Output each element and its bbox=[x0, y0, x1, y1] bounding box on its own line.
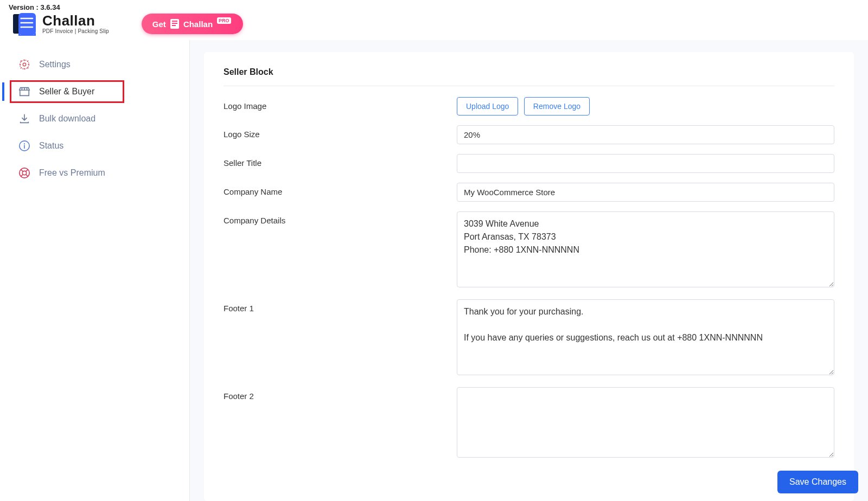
seller-title-input[interactable] bbox=[457, 154, 834, 173]
sidebar-item-seller-buyer[interactable]: Seller & Buyer bbox=[0, 78, 189, 105]
svg-rect-11 bbox=[172, 25, 176, 26]
brand-block: Challan PDF Invoice | Packing Slip bbox=[13, 12, 109, 36]
company-details-textarea[interactable] bbox=[457, 211, 834, 287]
svg-rect-1 bbox=[18, 13, 36, 35]
seller-block-panel: Seller Block Logo Image Upload Logo Remo… bbox=[204, 52, 854, 501]
top-bar: Challan PDF Invoice | Packing Slip Get C… bbox=[0, 0, 868, 39]
label-seller-title: Seller Title bbox=[224, 154, 457, 168]
get-pro-prefix: Get bbox=[152, 20, 166, 29]
label-company-details: Company Details bbox=[224, 211, 457, 225]
gear-icon bbox=[18, 59, 30, 70]
svg-rect-10 bbox=[172, 23, 177, 24]
shop-icon bbox=[18, 86, 30, 98]
footer-1-textarea[interactable] bbox=[457, 299, 834, 375]
label-company-name: Company Name bbox=[224, 183, 457, 196]
panel-title: Seller Block bbox=[224, 67, 834, 86]
label-footer-2: Footer 2 bbox=[224, 387, 457, 401]
sidebar-item-label: Status bbox=[39, 141, 63, 151]
footer-2-textarea[interactable] bbox=[457, 387, 834, 458]
brand-logo-icon bbox=[13, 12, 37, 36]
label-logo-size: Logo Size bbox=[224, 125, 457, 139]
brand-subtitle: PDF Invoice | Packing Slip bbox=[42, 29, 109, 34]
remove-logo-button[interactable]: Remove Logo bbox=[524, 97, 590, 115]
sidebar: Settings Seller & Buyer Bulk download bbox=[0, 40, 190, 501]
sidebar-item-free-vs-premium[interactable]: Free vs Premium bbox=[0, 159, 189, 187]
lifebuoy-icon bbox=[18, 167, 30, 179]
upload-logo-button[interactable]: Upload Logo bbox=[457, 97, 518, 115]
sidebar-item-label: Bulk download bbox=[39, 114, 95, 124]
document-icon bbox=[170, 19, 179, 29]
sidebar-item-label: Free vs Premium bbox=[39, 168, 105, 178]
download-icon bbox=[18, 113, 30, 125]
label-logo-image: Logo Image bbox=[224, 97, 457, 111]
sidebar-item-settings[interactable]: Settings bbox=[0, 51, 189, 78]
label-footer-1: Footer 1 bbox=[224, 299, 457, 313]
logo-size-input[interactable] bbox=[457, 125, 834, 144]
get-pro-label: Challan bbox=[183, 20, 213, 29]
brand-title: Challan bbox=[42, 14, 109, 28]
save-changes-button[interactable]: Save Changes bbox=[777, 471, 858, 493]
company-name-input[interactable] bbox=[457, 183, 834, 202]
svg-point-7 bbox=[20, 26, 22, 28]
svg-point-18 bbox=[22, 171, 26, 175]
sidebar-item-label: Settings bbox=[39, 60, 71, 69]
pro-badge: PRO bbox=[217, 17, 231, 24]
sidebar-item-label: Seller & Buyer bbox=[39, 87, 94, 97]
svg-point-12 bbox=[23, 63, 26, 66]
get-pro-button[interactable]: Get Challan PRO bbox=[142, 14, 243, 34]
svg-point-6 bbox=[20, 22, 22, 23]
info-icon bbox=[18, 140, 30, 152]
version-label: Version : 3.6.34 bbox=[9, 3, 60, 11]
sidebar-item-bulk-download[interactable]: Bulk download bbox=[0, 105, 189, 132]
svg-point-5 bbox=[20, 17, 22, 19]
svg-rect-9 bbox=[172, 21, 177, 22]
sidebar-item-status[interactable]: Status bbox=[0, 132, 189, 159]
main-content: Seller Block Logo Image Upload Logo Remo… bbox=[190, 40, 868, 501]
